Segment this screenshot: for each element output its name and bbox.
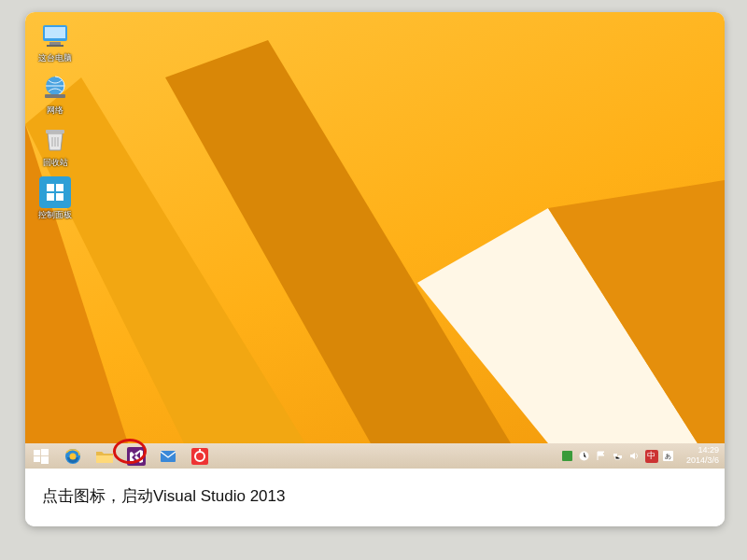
- system-tray: 中 あ: [559, 443, 681, 469]
- svg-rect-8: [47, 45, 63, 47]
- start-button[interactable]: [25, 443, 57, 469]
- desktop-icon-label: 这台电脑: [31, 53, 79, 63]
- svg-rect-17: [41, 449, 49, 455]
- taskbar-mail[interactable]: [152, 443, 184, 469]
- svg-rect-29: [613, 454, 617, 456]
- tray-ime[interactable]: 中: [645, 450, 658, 463]
- taskbar-clock[interactable]: 14:29 2014/3/6: [681, 443, 725, 469]
- folder-icon: [95, 448, 114, 465]
- clock-time: 14:29: [686, 445, 719, 455]
- svg-rect-13: [56, 184, 63, 191]
- taskbar: 中 あ 14:29 2014/3/6: [25, 443, 725, 469]
- svg-rect-10: [45, 94, 65, 98]
- svg-rect-18: [34, 456, 40, 462]
- svg-rect-7: [49, 42, 61, 45]
- svg-rect-26: [199, 449, 201, 452]
- svg-rect-16: [34, 450, 40, 455]
- windows-icon: [34, 449, 49, 464]
- taskbar-snagit[interactable]: [184, 443, 216, 469]
- desktop-icon-label: 控制面板: [31, 210, 79, 219]
- wallpaper: [25, 12, 725, 443]
- taskbar-visual-studio[interactable]: [120, 443, 152, 469]
- desktop-icon-control-panel[interactable]: 控制面板: [31, 176, 79, 219]
- computer-icon: [39, 20, 71, 51]
- svg-text:あ: あ: [665, 453, 671, 460]
- desktop-icon-label: 网络: [31, 105, 79, 115]
- svg-rect-23: [161, 451, 176, 462]
- visual-studio-icon: [127, 447, 146, 466]
- clock-date: 2014/3/6: [686, 455, 719, 466]
- taskbar-file-explorer[interactable]: [89, 443, 120, 469]
- desktop-icon-label: 回收站: [31, 158, 79, 167]
- svg-rect-14: [47, 193, 54, 201]
- tray-lang[interactable]: あ: [662, 450, 675, 463]
- tray-flag[interactable]: [595, 450, 608, 463]
- desktop-icon-computer[interactable]: 这台电脑: [31, 20, 79, 63]
- mail-icon: [160, 448, 176, 465]
- tray-network[interactable]: [612, 450, 625, 463]
- network-icon: [39, 72, 71, 104]
- svg-rect-27: [562, 451, 572, 461]
- control-panel-icon: [39, 176, 71, 208]
- caption-text: 点击图标，启动Visual Studio 2013: [42, 487, 285, 505]
- instruction-caption: 点击图标，启动Visual Studio 2013: [25, 469, 725, 526]
- svg-rect-11: [46, 130, 64, 133]
- svg-rect-12: [47, 184, 54, 191]
- taskbar-spacer: [216, 443, 559, 469]
- tray-action-center[interactable]: [561, 450, 574, 463]
- recycle-bin-icon: [39, 124, 71, 156]
- snagit-icon: [191, 448, 208, 465]
- desktop-icon-recycle-bin[interactable]: 回收站: [31, 124, 79, 167]
- taskbar-ie[interactable]: [57, 443, 89, 469]
- tray-volume[interactable]: [628, 450, 641, 463]
- svg-rect-15: [56, 193, 63, 201]
- svg-rect-19: [41, 456, 49, 464]
- svg-point-21: [70, 453, 77, 459]
- svg-rect-6: [45, 27, 65, 38]
- desktop-icon-network[interactable]: 网络: [31, 72, 79, 115]
- tray-updates[interactable]: [578, 450, 591, 463]
- desktop[interactable]: 这台电脑 网络 回收站 控制面板: [25, 12, 725, 443]
- ie-icon: [63, 447, 82, 466]
